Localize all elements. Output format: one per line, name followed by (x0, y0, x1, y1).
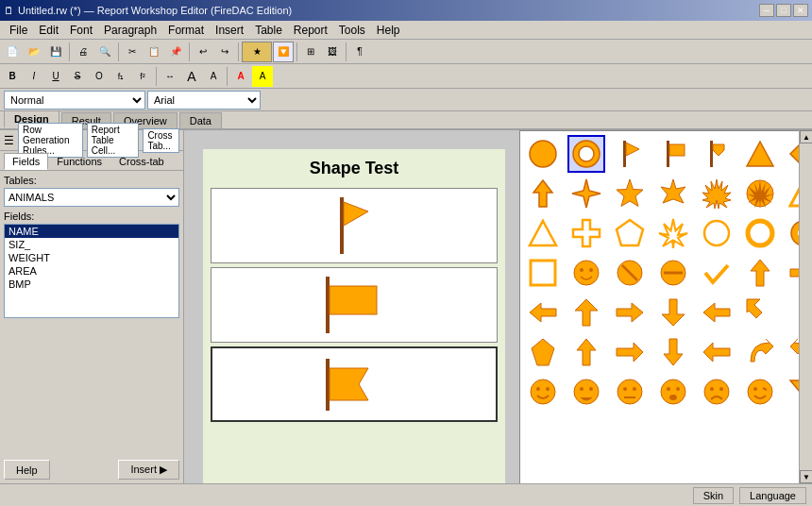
shape-circle[interactable] (524, 135, 562, 173)
menu-item-file[interactable]: File (4, 23, 33, 38)
shape-arrow-left3[interactable] (698, 333, 736, 371)
right-scrollbar[interactable]: ▲ ▼ (799, 130, 812, 483)
menu-item-table[interactable]: Table (249, 23, 288, 38)
shape-diamond2[interactable] (524, 333, 562, 371)
shape-star5[interactable] (611, 175, 649, 212)
print-preview-button[interactable]: 🔍 (94, 42, 115, 62)
shape-arrow-up2[interactable] (741, 254, 779, 292)
shape-arrow-curved3[interactable] (785, 333, 799, 371)
shape-arrow-left2[interactable] (698, 294, 736, 331)
shape-sad[interactable] (698, 373, 736, 411)
italic-button[interactable]: I (24, 66, 44, 87)
new-button[interactable]: 📄 (2, 42, 23, 62)
sub-tab-functions[interactable]: Functions (48, 153, 110, 170)
font-color-button[interactable]: A (230, 66, 251, 87)
shrink-font-button[interactable]: A (203, 66, 224, 87)
shape-cancel[interactable] (611, 254, 649, 292)
shape-diamond[interactable] (785, 135, 799, 173)
sub-tab-fields[interactable]: Fields (4, 153, 48, 170)
scroll-up-btn[interactable]: ▲ (800, 130, 812, 143)
menu-item-report[interactable]: Report (288, 23, 333, 38)
field-area[interactable]: AREA (5, 264, 178, 278)
minimize-button[interactable]: ─ (759, 4, 774, 17)
shape-checkmark[interactable] (698, 254, 736, 292)
menu-item-edit[interactable]: Edit (33, 23, 64, 38)
shape-ring2[interactable] (741, 214, 779, 252)
shape-arrow-right3[interactable] (611, 333, 649, 371)
skin-button[interactable]: Skin (693, 487, 734, 504)
shape-flag-sm[interactable] (611, 135, 649, 173)
menu-item-help[interactable]: Help (371, 23, 406, 38)
bold-button[interactable]: B (2, 66, 23, 87)
shape-cross1[interactable] (567, 214, 605, 252)
field-weight[interactable]: WEIGHT (5, 251, 178, 264)
shape-surprised[interactable] (654, 373, 692, 411)
field-bmp[interactable]: BMP (5, 278, 178, 291)
open-button[interactable]: 📂 (24, 42, 44, 62)
shape-smile1[interactable] (524, 373, 562, 411)
sub-tab-crosstab[interactable]: Cross-tab (110, 153, 173, 170)
save-button[interactable]: 💾 (45, 42, 66, 62)
tables-combo[interactable]: ANIMALS (4, 188, 179, 207)
shapes-dropdown[interactable]: 🔽 (273, 42, 294, 62)
cut-button[interactable]: ✂ (122, 42, 143, 62)
menu-item-paragraph[interactable]: Paragraph (98, 23, 162, 38)
field-siz[interactable]: SIZ_ (5, 238, 178, 251)
shape-flag-pent[interactable] (698, 135, 736, 173)
shape-picker[interactable] (519, 130, 799, 483)
redo-button[interactable]: ↪ (214, 42, 235, 62)
scroll-down-btn[interactable]: ▼ (800, 470, 812, 483)
shape-neutral[interactable] (611, 373, 649, 411)
font-dropdown[interactable]: Arial (147, 91, 261, 110)
shape-starburst1[interactable] (698, 175, 736, 212)
shape-star4[interactable] (567, 175, 605, 212)
insert-button[interactable]: Insert ▶ (118, 460, 179, 480)
shape-arrow-down2[interactable] (654, 294, 692, 331)
shape-square-outline[interactable] (524, 254, 562, 292)
shape-smiley1[interactable] (567, 254, 605, 292)
shape-triangle[interactable] (741, 135, 779, 173)
menu-item-font[interactable]: Font (64, 23, 98, 38)
superscript-button[interactable]: f² (132, 66, 153, 87)
shape-arrow-up3[interactable] (567, 294, 605, 331)
shape-arrow-right1[interactable] (785, 254, 799, 292)
copy-button[interactable]: 📋 (144, 42, 164, 62)
table-button[interactable]: ⊞ (300, 42, 321, 62)
breadcrumb-cross-tab[interactable]: Cross Tab... (143, 128, 179, 153)
menu-item-format[interactable]: Format (162, 23, 210, 38)
grow-font-button[interactable]: A (181, 66, 202, 87)
fields-list[interactable]: NAME SIZ_ WEIGHT AREA BMP (4, 224, 179, 318)
shape-arrow-back[interactable] (524, 294, 562, 331)
tab-data[interactable]: Data (179, 112, 222, 128)
shape-ring[interactable] (567, 135, 605, 173)
underline-button[interactable]: U (45, 66, 66, 87)
language-button[interactable]: Language (739, 487, 806, 504)
shape-arrow-up1[interactable] (524, 175, 562, 212)
shape-star6[interactable] (654, 175, 692, 212)
undo-button[interactable]: ↩ (193, 42, 213, 62)
shape-star8b-outline[interactable] (654, 214, 692, 252)
menu-item-tools[interactable]: Tools (333, 23, 371, 38)
shape-starbig-outline[interactable] (698, 214, 736, 252)
shape-tri2-outline[interactable] (524, 214, 562, 252)
subscript-button[interactable]: f₁ (110, 66, 131, 87)
close-button[interactable]: ✕ (793, 4, 808, 17)
shape-arrow-up4[interactable] (567, 333, 605, 371)
undo2-button[interactable]: ↔ (160, 66, 180, 87)
field-name[interactable]: NAME (5, 225, 178, 238)
restore-button[interactable]: □ (776, 4, 791, 17)
shape-funnel[interactable] (785, 373, 799, 411)
shape-flag-rect[interactable] (654, 135, 692, 173)
shape-arrow-down3[interactable] (654, 333, 692, 371)
shape-ring3[interactable] (785, 214, 799, 252)
shape-wink[interactable] (741, 373, 779, 411)
shape-arrow-upleft[interactable] (741, 294, 779, 331)
shape-starburst2[interactable] (741, 175, 779, 212)
insert-shape-button[interactable]: ★ (242, 42, 272, 62)
strikethrough-button[interactable]: S (67, 66, 88, 87)
image-button[interactable]: 🖼 (322, 42, 343, 62)
shape-arrow-upright[interactable] (785, 294, 799, 331)
shape-arrow-right2[interactable] (611, 294, 649, 331)
help-button[interactable]: Help (4, 460, 50, 480)
shape-tri-outline[interactable] (785, 175, 799, 212)
